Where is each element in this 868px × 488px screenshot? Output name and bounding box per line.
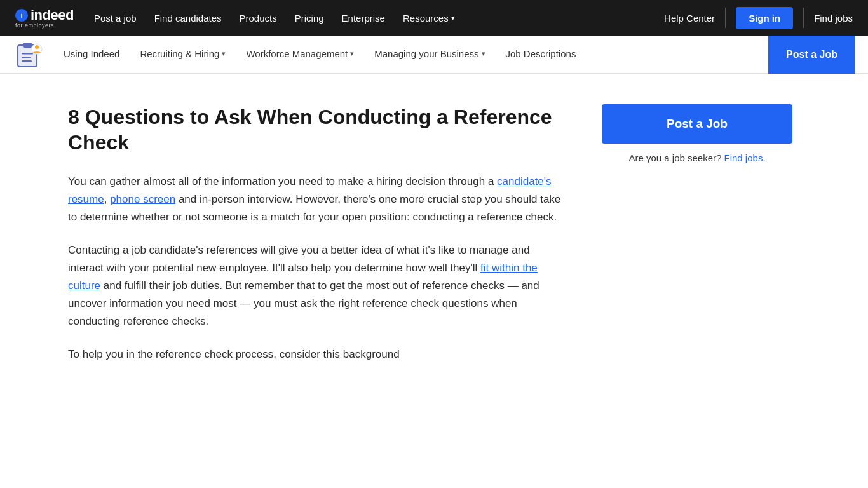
find-jobs-link[interactable]: Find jobs xyxy=(814,13,853,24)
svg-rect-3 xyxy=(23,43,32,48)
indeed-logo[interactable]: i indeed for employers xyxy=(15,7,74,29)
svg-text:i: i xyxy=(20,11,22,19)
article-paragraph-3: To help you in the reference check proce… xyxy=(68,346,564,363)
resources-link[interactable]: Resources ▾ xyxy=(403,13,455,24)
job-descriptions-nav[interactable]: Job Descriptions xyxy=(497,37,585,72)
logo-subtitle: for employers xyxy=(15,22,54,29)
article-title: 8 Questions to Ask When Conducting a Ref… xyxy=(68,104,564,155)
recruiting-hiring-nav[interactable]: Recruiting & Hiring ▾ xyxy=(131,37,234,72)
sign-in-button[interactable]: Sign in xyxy=(736,7,793,29)
chevron-down-icon: ▾ xyxy=(451,14,455,22)
sidebar-seeker-text: Are you a job seeker? Find jobs. xyxy=(602,152,792,163)
article-section: 8 Questions to Ask When Conducting a Ref… xyxy=(68,104,564,379)
managing-business-nav[interactable]: Managing your Business ▾ xyxy=(365,37,494,72)
secondary-nav-logo xyxy=(13,39,44,71)
workforce-management-nav[interactable]: Workforce Management ▾ xyxy=(237,37,363,72)
logo-text: indeed xyxy=(31,7,74,24)
pricing-link[interactable]: Pricing xyxy=(295,13,324,24)
secondary-nav-links: Using Indeed Recruiting & Hiring ▾ Workf… xyxy=(55,37,768,72)
products-link[interactable]: Products xyxy=(240,13,277,24)
top-nav-left: i indeed for employers Post a job Find c… xyxy=(15,7,455,29)
svg-rect-6 xyxy=(22,60,32,62)
svg-rect-4 xyxy=(22,53,33,55)
article-paragraph-2: Contacting a job candidate's references … xyxy=(68,241,564,330)
top-navigation: i indeed for employers Post a job Find c… xyxy=(0,0,868,36)
managing-business-label: Managing your Business xyxy=(374,48,478,59)
find-jobs-sidebar-link[interactable]: Find jobs. xyxy=(724,152,766,163)
chevron-down-icon: ▾ xyxy=(222,50,226,58)
article-paragraph-1: You can gather almost all of the informa… xyxy=(68,173,564,226)
help-center-link[interactable]: Help Center xyxy=(664,13,715,24)
top-nav-links: Post a job Find candidates Products Pric… xyxy=(94,13,455,24)
main-content: 8 Questions to Ask When Conducting a Ref… xyxy=(53,74,815,409)
svg-rect-5 xyxy=(22,57,31,58)
phone-screen-link[interactable]: phone screen xyxy=(110,193,175,205)
post-a-job-secondary-button[interactable]: Post a Job xyxy=(768,36,855,74)
secondary-navigation: Using Indeed Recruiting & Hiring ▾ Workf… xyxy=(0,36,868,74)
chevron-down-icon-3: ▾ xyxy=(482,50,485,58)
chevron-down-icon-2: ▾ xyxy=(350,50,354,58)
enterprise-link[interactable]: Enterprise xyxy=(342,13,385,24)
sidebar-post-job-button[interactable]: Post a Job xyxy=(602,104,792,144)
fit-within-culture-link[interactable]: fit within the culture xyxy=(68,262,538,292)
recruiting-hiring-label: Recruiting & Hiring xyxy=(140,48,219,59)
workforce-management-label: Workforce Management xyxy=(246,48,348,59)
article-body: You can gather almost all of the informa… xyxy=(68,173,564,363)
find-candidates-link[interactable]: Find candidates xyxy=(154,13,222,24)
nav-divider xyxy=(725,8,726,28)
sidebar: Post a Job Are you a job seeker? Find jo… xyxy=(602,104,792,379)
post-a-job-link[interactable]: Post a job xyxy=(94,13,137,24)
using-indeed-nav[interactable]: Using Indeed xyxy=(55,37,128,72)
top-nav-right: Help Center Sign in Find jobs xyxy=(664,7,853,29)
nav-divider-2 xyxy=(803,8,804,28)
resources-label: Resources xyxy=(403,13,449,24)
svg-point-8 xyxy=(35,45,39,49)
